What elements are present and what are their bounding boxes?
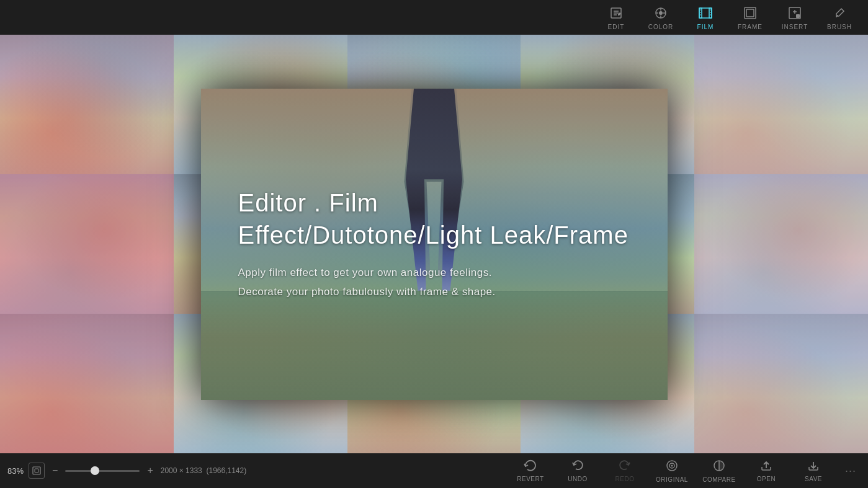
top-toolbar: EDIT COLOR: [0, 0, 868, 35]
bg-tile-3-1: [0, 314, 174, 453]
compare-icon: [712, 459, 726, 474]
canvas-area: Editor . Film Effect/Dutotone/Light Leak…: [0, 35, 868, 453]
save-label: SAVE: [805, 476, 822, 482]
action-compare[interactable]: COMPARE: [697, 453, 741, 488]
bottom-actions: REVERT UNDO REDO: [508, 453, 868, 488]
bg-tile-3-5: [694, 314, 868, 453]
revert-label: REVERT: [517, 476, 544, 482]
toolbar-insert-label: INSERT: [782, 24, 808, 30]
toolbar-insert[interactable]: INSERT: [772, 0, 817, 35]
action-revert[interactable]: REVERT: [508, 453, 553, 488]
film-icon: [697, 5, 714, 21]
toolbar-frame-label: FRAME: [738, 24, 763, 30]
svg-rect-16: [710, 9, 711, 11]
redo-label: REDO: [615, 476, 635, 482]
more-button[interactable]: ···: [838, 453, 863, 488]
zoom-in-button[interactable]: +: [145, 464, 155, 477]
save-icon: [807, 459, 820, 473]
toolbar-edit-label: EDIT: [608, 24, 625, 30]
insert-icon: [787, 5, 803, 21]
overlay-subtitle-1: Apply film effect to get your own analog…: [238, 264, 496, 301]
zoom-percent: 83%: [7, 466, 24, 476]
svg-rect-20: [746, 9, 754, 17]
brush-icon: [831, 5, 848, 21]
svg-point-29: [671, 464, 673, 466]
bottom-toolbar: 83% − + 2000 × 1333 (1966,1142): [0, 453, 868, 488]
undo-icon: [571, 459, 584, 473]
more-icon: ···: [845, 464, 856, 477]
toolbar-brush[interactable]: BRUSH: [817, 0, 862, 35]
toolbar-film-label: FILM: [697, 24, 714, 30]
bg-tile-1-1: [0, 35, 174, 174]
edit-icon: [608, 5, 624, 21]
bg-tile-1-5: [694, 35, 868, 174]
svg-rect-26: [35, 469, 38, 472]
svg-rect-25: [33, 467, 40, 474]
svg-rect-13: [700, 9, 701, 11]
original-label: ORIGINAL: [656, 476, 688, 483]
svg-rect-15: [700, 14, 701, 16]
toolbar-color-label: COLOR: [648, 24, 674, 30]
action-save[interactable]: SAVE: [791, 453, 836, 488]
svg-rect-10: [699, 8, 712, 18]
toolbar-edit[interactable]: EDIT: [594, 0, 638, 35]
undo-label: UNDO: [568, 476, 587, 482]
zoom-slider[interactable]: [65, 470, 140, 472]
center-image: Editor . Film Effect/Dutotone/Light Leak…: [201, 89, 668, 400]
svg-rect-22: [796, 14, 800, 18]
toolbar-brush-label: BRUSH: [827, 24, 852, 30]
zoom-slider-container: [65, 470, 140, 472]
open-label: OPEN: [757, 476, 776, 482]
svg-rect-17: [710, 12, 711, 13]
frame-icon: [742, 5, 758, 21]
redo-icon: [619, 459, 631, 473]
action-original[interactable]: ORIGINAL: [650, 453, 694, 488]
action-redo[interactable]: REDO: [602, 453, 647, 488]
center-overlay: Editor . Film Effect/Dutotone/Light Leak…: [201, 89, 668, 400]
action-undo[interactable]: UNDO: [555, 453, 600, 488]
toolbar-color[interactable]: COLOR: [638, 0, 683, 35]
revert-icon: [524, 459, 537, 473]
overlay-title: Editor . Film Effect/Dutotone/Light Leak…: [238, 187, 630, 251]
bg-tile-2-1: [0, 174, 174, 314]
svg-rect-18: [710, 14, 711, 16]
action-open[interactable]: OPEN: [744, 453, 789, 488]
bg-tile-2-5: [694, 174, 868, 314]
svg-point-5: [659, 11, 663, 15]
toolbar-film[interactable]: FILM: [683, 0, 728, 35]
open-icon: [759, 459, 773, 473]
compare-label: COMPARE: [702, 476, 735, 483]
canvas-size: 2000 × 1333 (1966,1142): [161, 466, 246, 475]
original-icon: [665, 459, 679, 474]
color-icon: [653, 5, 669, 21]
svg-rect-14: [700, 12, 701, 13]
zoom-out-button[interactable]: −: [50, 464, 60, 477]
toolbar-frame[interactable]: FRAME: [728, 0, 772, 35]
fit-button[interactable]: [29, 463, 45, 479]
zoom-section: 83% − + 2000 × 1333 (1966,1142): [0, 463, 254, 479]
